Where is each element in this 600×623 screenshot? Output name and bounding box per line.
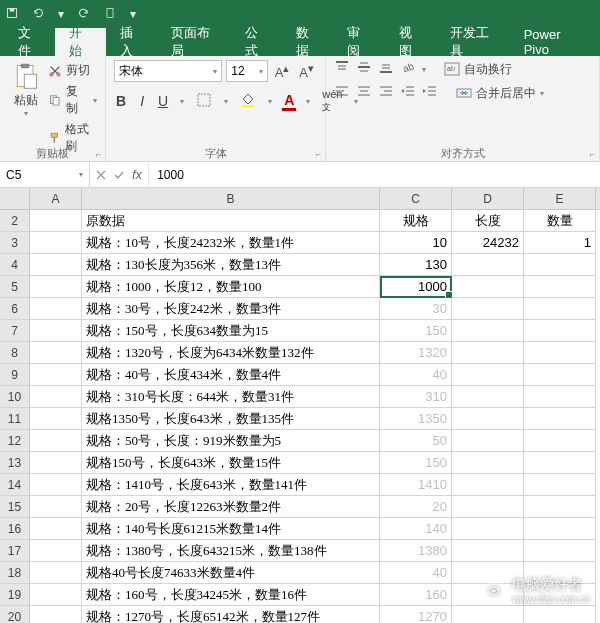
cell[interactable]: 160	[380, 584, 452, 606]
column-header[interactable]: D	[452, 188, 524, 209]
cell[interactable]	[524, 518, 596, 540]
font-name-select[interactable]: 宋体▾	[114, 60, 222, 82]
cell[interactable]: 规格：1320号，长度为6434米数量132件	[82, 342, 380, 364]
increase-indent-icon[interactable]	[422, 84, 438, 102]
cell[interactable]	[524, 408, 596, 430]
cell[interactable]: 原数据	[82, 210, 380, 232]
cell[interactable]	[524, 254, 596, 276]
cell[interactable]: 20	[380, 496, 452, 518]
row-header[interactable]: 4	[0, 254, 30, 276]
cell[interactable]	[452, 298, 524, 320]
row-header[interactable]: 17	[0, 540, 30, 562]
cell[interactable]	[30, 518, 82, 540]
font-launcher-icon[interactable]: ⌐	[114, 149, 321, 159]
cell[interactable]	[524, 540, 596, 562]
save-icon[interactable]	[6, 5, 18, 23]
cell[interactable]	[30, 210, 82, 232]
redo-icon[interactable]	[78, 5, 90, 23]
row-header[interactable]: 12	[0, 430, 30, 452]
cell[interactable]	[30, 276, 82, 298]
cell[interactable]: 长度	[452, 210, 524, 232]
cell[interactable]	[452, 408, 524, 430]
cell[interactable]: 规格：150号，长度634数量为15	[82, 320, 380, 342]
cell[interactable]: 1320	[380, 342, 452, 364]
insert-function-icon[interactable]: fx	[132, 167, 142, 182]
cell[interactable]: 规格：30号，长度242米，数量3件	[82, 298, 380, 320]
cell[interactable]	[452, 540, 524, 562]
cell[interactable]	[524, 496, 596, 518]
row-header[interactable]: 5	[0, 276, 30, 298]
cell[interactable]: 规格：1410号，长度643米，数量141件	[82, 474, 380, 496]
tab-insert[interactable]: 插入	[106, 28, 157, 56]
undo-icon[interactable]	[32, 5, 44, 23]
cell[interactable]	[452, 430, 524, 452]
cell[interactable]: 规格：20号，长度12263米数量2件	[82, 496, 380, 518]
align-right-icon[interactable]	[378, 84, 394, 102]
cell[interactable]: 数量	[524, 210, 596, 232]
column-header[interactable]: A	[30, 188, 82, 209]
alignment-launcher-icon[interactable]: ⌐	[334, 149, 595, 159]
fill-color-button[interactable]	[238, 92, 258, 111]
tab-home[interactable]: 开始	[55, 28, 106, 56]
cell[interactable]: 1410	[380, 474, 452, 496]
cell[interactable]: 40	[380, 562, 452, 584]
cell[interactable]	[524, 342, 596, 364]
align-bottom-icon[interactable]	[378, 60, 394, 78]
row-header[interactable]: 11	[0, 408, 30, 430]
align-middle-icon[interactable]	[356, 60, 372, 78]
border-button[interactable]	[194, 92, 214, 111]
row-header[interactable]: 2	[0, 210, 30, 232]
cell[interactable]	[452, 452, 524, 474]
cell[interactable]	[524, 584, 596, 606]
cell[interactable]	[30, 386, 82, 408]
tab-formulas[interactable]: 公式	[231, 28, 282, 56]
align-left-icon[interactable]	[334, 84, 350, 102]
cell[interactable]	[30, 232, 82, 254]
cell[interactable]	[452, 474, 524, 496]
cut-button[interactable]: 剪切	[48, 62, 97, 79]
tab-power-pivot[interactable]: Power Pivo	[510, 28, 596, 56]
cell[interactable]	[30, 254, 82, 276]
tab-page-layout[interactable]: 页面布局	[157, 28, 231, 56]
merge-center-button[interactable]: 合并后居中▾	[456, 85, 544, 102]
wrap-text-button[interactable]: ab 自动换行	[444, 61, 512, 78]
align-center-icon[interactable]	[356, 84, 372, 102]
row-header[interactable]: 18	[0, 562, 30, 584]
clipboard-launcher-icon[interactable]: ⌐	[8, 149, 101, 159]
column-header[interactable]: E	[524, 188, 596, 209]
cell[interactable]: 规格：1270号，长度65142米，数量127件	[82, 606, 380, 623]
cell[interactable]	[524, 320, 596, 342]
copy-button[interactable]: 复制▾	[48, 83, 97, 117]
underline-button[interactable]: U	[156, 93, 170, 109]
cell[interactable]	[524, 364, 596, 386]
cell[interactable]: 规格：40号，长度434米，数量4件	[82, 364, 380, 386]
row-header[interactable]: 3	[0, 232, 30, 254]
cell[interactable]	[524, 606, 596, 623]
column-header[interactable]: B	[82, 188, 380, 209]
increase-font-icon[interactable]: A▴	[272, 62, 293, 80]
tab-view[interactable]: 视图	[385, 28, 436, 56]
cancel-formula-icon[interactable]	[96, 166, 106, 184]
formula-input[interactable]: 1000	[149, 162, 600, 187]
cell[interactable]	[30, 606, 82, 623]
select-all-corner[interactable]	[0, 188, 30, 209]
row-header[interactable]: 6	[0, 298, 30, 320]
enter-formula-icon[interactable]	[114, 166, 124, 184]
decrease-font-icon[interactable]: A▾	[296, 62, 317, 80]
cell[interactable]	[30, 430, 82, 452]
cell[interactable]: 规格：1000，长度12，数量100	[82, 276, 380, 298]
font-color-button[interactable]: A	[282, 92, 296, 111]
cell[interactable]: 1350	[380, 408, 452, 430]
cell[interactable]	[524, 452, 596, 474]
cell[interactable]: 310	[380, 386, 452, 408]
cell[interactable]: 24232	[452, 232, 524, 254]
name-box[interactable]: C5▾	[0, 162, 90, 187]
decrease-indent-icon[interactable]	[400, 84, 416, 102]
cell[interactable]: 150	[380, 320, 452, 342]
cell[interactable]: 规格：160号，长度34245米，数量16件	[82, 584, 380, 606]
cell[interactable]: 150	[380, 452, 452, 474]
cell[interactable]: 规格：10号，长度24232米，数量1件	[82, 232, 380, 254]
bold-button[interactable]: B	[114, 93, 128, 109]
cell[interactable]	[452, 386, 524, 408]
italic-button[interactable]: I	[138, 93, 146, 109]
